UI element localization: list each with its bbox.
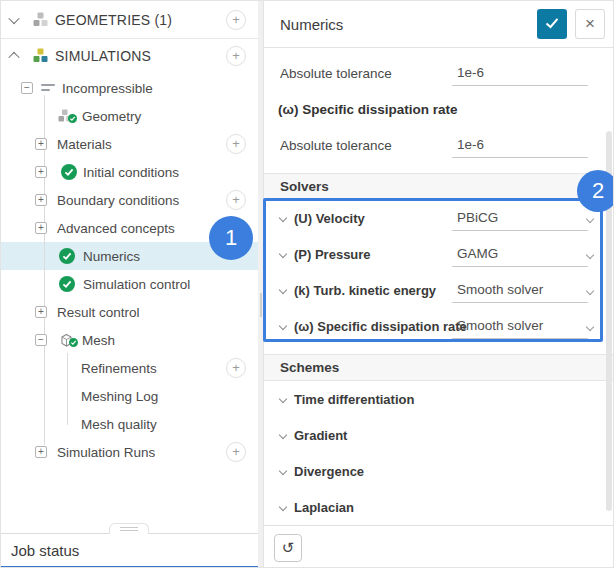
callout-step-1: 1 xyxy=(209,216,253,260)
tree-item-mesh[interactable]: − Mesh xyxy=(1,326,258,354)
tree-item-meshing-log[interactable]: Meshing Log xyxy=(1,382,258,410)
close-button[interactable]: × xyxy=(575,9,605,39)
chevron-down-icon[interactable] xyxy=(279,286,287,294)
tree-item-label: Refinements xyxy=(81,361,157,376)
chevron-up-icon[interactable] xyxy=(8,52,19,63)
tree-item-incompressible[interactable]: − Incompressible xyxy=(1,74,258,102)
solver-row-pressure[interactable]: (P) Pressure GAMG xyxy=(264,236,614,272)
chevron-down-icon[interactable] xyxy=(279,395,287,403)
panel-resize-grip[interactable] xyxy=(260,293,262,317)
expand-expander[interactable]: + xyxy=(35,222,47,234)
simulation-tree-panel: GEOMETRIES (1) + SIMULATIONS + − Incompr… xyxy=(1,1,258,533)
solvers-section-header: Solvers xyxy=(264,173,614,200)
start-simulation-run-button[interactable]: + xyxy=(226,442,246,462)
scheme-label: Divergence xyxy=(294,453,364,489)
pressure-solver-select[interactable]: GAMG xyxy=(452,240,588,267)
solver-label: (P) Pressure xyxy=(294,236,371,272)
chevron-down-icon[interactable] xyxy=(279,214,287,222)
chevron-down-icon[interactable] xyxy=(279,250,287,258)
collapse-expander[interactable]: − xyxy=(21,82,33,94)
tree-item-label: Initial conditions xyxy=(83,165,179,180)
add-material-button[interactable]: + xyxy=(226,134,246,154)
tree-item-simulation-control[interactable]: Simulation control xyxy=(1,270,258,298)
scheme-label: Laplacian xyxy=(294,489,354,525)
tree-guide-line xyxy=(67,353,68,425)
absolute-tolerance-input[interactable]: 1e-6 xyxy=(452,131,588,158)
chevron-down-icon[interactable] xyxy=(8,13,19,24)
tree-separator xyxy=(1,38,258,39)
solver-label: (k) Turb. kinetic energy xyxy=(294,272,436,308)
tree-item-refinements[interactable]: Refinements + xyxy=(1,354,258,382)
expand-expander[interactable]: + xyxy=(35,138,47,150)
tree-item-initial-conditions[interactable]: + Initial conditions xyxy=(1,158,258,186)
field-label: Absolute tolerance xyxy=(280,127,392,163)
tree-item-label: GEOMETRIES (1) xyxy=(55,12,172,28)
close-icon: × xyxy=(585,14,595,34)
scheme-label: Time differentiation xyxy=(294,381,414,417)
tree-item-simulations[interactable]: SIMULATIONS + xyxy=(1,42,258,70)
chevron-down-icon[interactable] xyxy=(279,503,287,511)
solver-row-velocity[interactable]: (U) Velocity PBiCG xyxy=(264,200,614,236)
solver-label: (U) Velocity xyxy=(294,200,365,236)
check-icon xyxy=(545,17,559,32)
check-circle-icon xyxy=(61,164,77,180)
tree-item-label: Mesh quality xyxy=(81,417,157,432)
tree-item-simulation-runs[interactable]: + Simulation Runs + xyxy=(1,438,258,466)
collapse-expander[interactable]: − xyxy=(35,334,47,346)
tree-item-geometry[interactable]: Geometry xyxy=(1,102,258,130)
add-geometry-button[interactable]: + xyxy=(226,10,246,30)
apply-button[interactable] xyxy=(537,9,567,39)
solver-row-turb-kinetic-energy[interactable]: (k) Turb. kinetic energy Smooth solver xyxy=(264,272,614,308)
tree-item-mesh-quality[interactable]: Mesh quality xyxy=(1,410,258,438)
expand-expander[interactable]: + xyxy=(35,306,47,318)
absolute-tolerance-input[interactable]: 1e-6 xyxy=(452,59,588,86)
check-badge-icon xyxy=(69,333,78,351)
scheme-row-laplacian[interactable]: Laplacian xyxy=(264,489,614,525)
field-row: Absolute tolerance 1e-6 xyxy=(264,127,614,163)
geometry-icon xyxy=(57,109,73,124)
tree-item-label: Meshing Log xyxy=(81,389,158,404)
tree-item-result-control[interactable]: + Result control xyxy=(1,298,258,326)
chevron-down-icon[interactable] xyxy=(279,467,287,475)
add-boundary-condition-button[interactable]: + xyxy=(226,190,246,210)
tree-item-boundary-conditions[interactable]: + Boundary conditions + xyxy=(1,186,258,214)
solver-row-specific-dissipation-rate[interactable]: (ω) Specific dissipation rate Smooth sol… xyxy=(264,308,614,344)
expand-expander[interactable]: + xyxy=(35,446,47,458)
panel-footer: ↺ xyxy=(264,525,614,568)
reset-button[interactable]: ↺ xyxy=(274,534,302,562)
tree-item-label: Boundary conditions xyxy=(57,193,179,208)
expand-expander[interactable]: + xyxy=(35,194,47,206)
incompressible-icon xyxy=(41,83,56,93)
tree-item-label: Advanced concepts xyxy=(57,221,175,236)
chevron-down-icon[interactable] xyxy=(279,431,287,439)
panel-header: Numerics × xyxy=(264,1,614,48)
numerics-settings-panel: Numerics × Absolute tolerance 1e-6 (ω) S… xyxy=(263,1,614,568)
job-status-bar[interactable]: Job status xyxy=(1,533,258,566)
job-status-label: Job status xyxy=(11,542,79,559)
tree-item-label: Numerics xyxy=(83,249,140,264)
tree-item-materials[interactable]: + Materials + xyxy=(1,130,258,158)
chevron-down-icon[interactable] xyxy=(279,322,287,330)
tree-item-geometries[interactable]: GEOMETRIES (1) + xyxy=(1,6,258,34)
solver-label: (ω) Specific dissipation rate xyxy=(294,308,467,344)
velocity-solver-select[interactable]: PBiCG xyxy=(452,204,588,231)
expand-expander[interactable]: + xyxy=(35,166,47,178)
tree-item-label: Result control xyxy=(57,305,140,320)
panel-drag-handle[interactable] xyxy=(109,523,149,534)
scheme-row-gradient[interactable]: Gradient xyxy=(264,417,614,453)
scheme-row-divergence[interactable]: Divergence xyxy=(264,453,614,489)
tree-item-label: Simulation control xyxy=(83,277,190,292)
add-simulation-button[interactable]: + xyxy=(226,46,246,66)
add-refinement-button[interactable]: + xyxy=(226,358,246,378)
tree-item-label: SIMULATIONS xyxy=(55,48,151,64)
field-group-label: (ω) Specific dissipation rate xyxy=(264,91,614,127)
check-badge-icon xyxy=(68,109,77,127)
scheme-row-time-differentiation[interactable]: Time differentiation xyxy=(264,381,614,417)
mesh-icon xyxy=(59,333,74,348)
specific-dissipation-rate-solver-select[interactable]: Smooth solver xyxy=(452,312,588,339)
simulation-workbench-window: GEOMETRIES (1) + SIMULATIONS + − Incompr… xyxy=(0,0,614,568)
geometries-icon xyxy=(32,12,49,28)
panel-title: Numerics xyxy=(280,16,537,33)
panel-content: Absolute tolerance 1e-6 (ω) Specific dis… xyxy=(264,49,614,525)
turb-kinetic-energy-solver-select[interactable]: Smooth solver xyxy=(452,276,588,303)
